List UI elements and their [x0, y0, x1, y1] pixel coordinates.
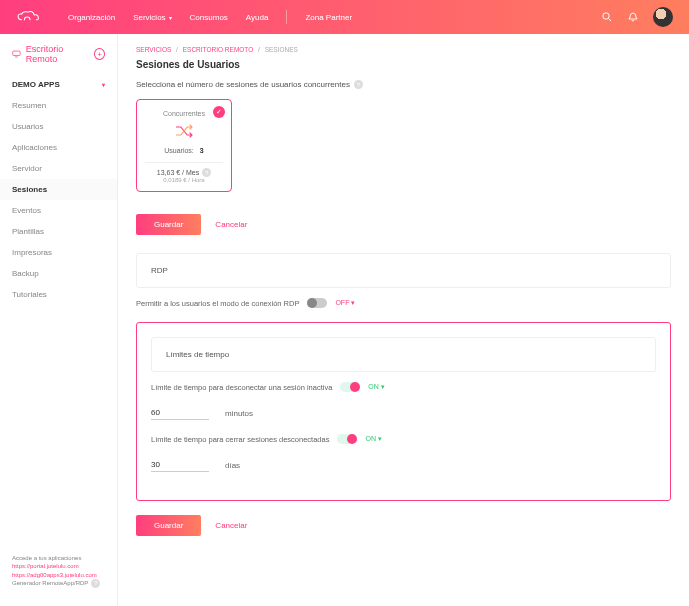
- save-button[interactable]: Guardar: [136, 214, 201, 235]
- sidebar-item-eventos[interactable]: Eventos: [0, 200, 117, 221]
- price-month: 13,63 € / Mes: [157, 169, 199, 176]
- save-button-2[interactable]: Guardar: [136, 515, 201, 536]
- rdp-toggle-state: OFF ▾: [335, 299, 355, 307]
- sidebar-item-servidor[interactable]: Servidor: [0, 158, 117, 179]
- footer-link-1[interactable]: https://portal.jotelulu.com: [12, 562, 105, 570]
- select-heading-text: Selecciona el número de sesiones de usua…: [136, 80, 350, 89]
- shuffle-icon: [174, 123, 194, 139]
- footer-link-2[interactable]: https://adg00apps3.jotelulu.com: [12, 571, 105, 579]
- top-icons: [601, 7, 673, 27]
- inactive-unit: minutos: [225, 409, 253, 418]
- sidebar-item-sesiones[interactable]: Sesiones: [0, 179, 117, 200]
- bell-icon[interactable]: [627, 11, 639, 23]
- svg-line-1: [609, 19, 612, 22]
- sidebar-item-impresoras[interactable]: Impresoras: [0, 242, 117, 263]
- sidebar-nav: Resumen Usuarios Aplicaciones Servidor S…: [0, 95, 117, 305]
- sidebar-section-label: DEMO APPS: [12, 80, 60, 89]
- add-button[interactable]: +: [94, 48, 105, 60]
- breadcrumb: SERVICIOS / ESCRITORIO REMOTO / SESIONES: [136, 46, 671, 53]
- search-icon[interactable]: [601, 11, 613, 23]
- nav-consumos[interactable]: Consumos: [190, 10, 228, 24]
- inactive-toggle-state: ON ▾: [368, 383, 384, 391]
- concurrent-card[interactable]: ✓ Concurrentes Usuarios: 3 13,63 € / Mes…: [136, 99, 232, 192]
- sidebar-item-tutoriales[interactable]: Tutoriales: [0, 284, 117, 305]
- sidebar-section[interactable]: DEMO APPS ▾: [0, 74, 117, 95]
- inactive-value-input[interactable]: [151, 406, 209, 420]
- price-hour: 0,0189 € / Hora: [145, 177, 223, 183]
- sidebar-item-plantillas[interactable]: Plantillas: [0, 221, 117, 242]
- crumb-escritorio[interactable]: ESCRITORIO REMOTO: [183, 46, 254, 53]
- nav-servicios[interactable]: Servicios▾: [133, 10, 171, 24]
- rdp-toggle-row: Permitir a los usuarios el modo de conex…: [136, 298, 671, 308]
- sidebar-item-resumen[interactable]: Resumen: [0, 95, 117, 116]
- desktop-icon: [12, 49, 21, 59]
- closed-unit: días: [225, 461, 240, 470]
- crumb-sesiones: SESIONES: [265, 46, 298, 53]
- logo: [16, 9, 44, 25]
- avatar[interactable]: [653, 7, 673, 27]
- cancel-button-2[interactable]: Cancelar: [215, 521, 247, 530]
- closed-toggle-state: ON ▾: [365, 435, 381, 443]
- sidebar: Escritorio Remoto + DEMO APPS ▾ Resumen …: [0, 34, 118, 606]
- inactive-row: Límite de tiempo para desconectar una se…: [151, 382, 656, 392]
- help-icon[interactable]: ?: [91, 579, 100, 588]
- sidebar-title: Escritorio Remoto: [26, 44, 89, 64]
- nav-servicios-label: Servicios: [133, 13, 165, 22]
- closed-label: Límite de tiempo para cerrar sesiones de…: [151, 435, 329, 444]
- select-heading: Selecciona el número de sesiones de usua…: [136, 80, 671, 89]
- users-value: 3: [200, 147, 204, 154]
- chevron-down-icon: ▾: [102, 81, 105, 88]
- svg-rect-2: [13, 51, 20, 55]
- svg-point-0: [603, 13, 609, 19]
- sidebar-footer: Accede a tus aplicaciones https://portal…: [0, 546, 117, 596]
- top-nav: Organización Servicios▾ Consumos Ayuda Z…: [68, 10, 352, 24]
- closed-row: Límite de tiempo para cerrar sesiones de…: [151, 434, 656, 444]
- sidebar-item-aplicaciones[interactable]: Aplicaciones: [0, 137, 117, 158]
- nav-zona-partner[interactable]: Zona Partner: [305, 10, 352, 24]
- sidebar-header: Escritorio Remoto +: [0, 44, 117, 74]
- time-limits-block: Límites de tiempo Límite de tiempo para …: [136, 322, 671, 501]
- rdp-allow-label: Permitir a los usuarios el modo de conex…: [136, 299, 299, 308]
- limits-panel: Límites de tiempo: [151, 337, 656, 372]
- users-label: Usuarios:: [164, 147, 194, 154]
- nav-organizacion[interactable]: Organización: [68, 10, 115, 24]
- closed-value-input[interactable]: [151, 458, 209, 472]
- footer-heading: Accede a tus aplicaciones: [12, 554, 105, 562]
- footer-generator[interactable]: Generador RemoteApp/RDP: [12, 579, 88, 587]
- check-icon: ✓: [213, 106, 225, 118]
- rdp-toggle[interactable]: [307, 298, 327, 308]
- inactive-label: Límite de tiempo para desconectar una se…: [151, 383, 332, 392]
- closed-toggle[interactable]: [337, 434, 357, 444]
- rdp-panel: RDP: [136, 253, 671, 288]
- sidebar-item-usuarios[interactable]: Usuarios: [0, 116, 117, 137]
- help-icon[interactable]: ?: [202, 168, 211, 177]
- help-icon[interactable]: ?: [354, 80, 363, 89]
- nav-divider: [286, 10, 287, 24]
- page-title: Sesiones de Usuarios: [136, 59, 671, 70]
- card-title: Concurrentes: [145, 110, 223, 117]
- content: SERVICIOS / ESCRITORIO REMOTO / SESIONES…: [118, 34, 689, 606]
- sidebar-item-backup[interactable]: Backup: [0, 263, 117, 284]
- crumb-servicios[interactable]: SERVICIOS: [136, 46, 171, 53]
- nav-ayuda[interactable]: Ayuda: [246, 10, 269, 24]
- topbar: Organización Servicios▾ Consumos Ayuda Z…: [0, 0, 689, 34]
- chevron-down-icon: ▾: [169, 14, 172, 21]
- inactive-toggle[interactable]: [340, 382, 360, 392]
- cancel-button[interactable]: Cancelar: [215, 220, 247, 229]
